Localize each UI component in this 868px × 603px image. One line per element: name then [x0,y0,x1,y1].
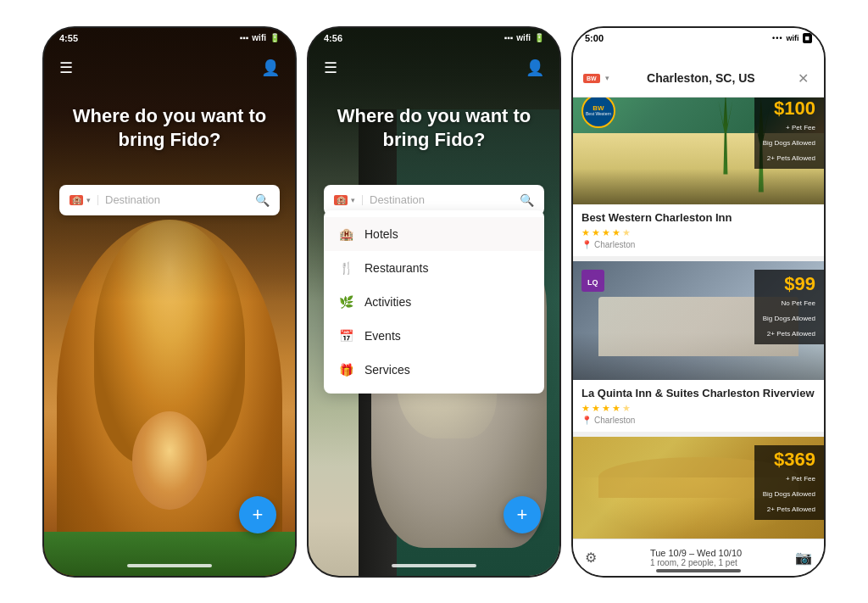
status-icons-1: ▪▪▪ wifi 🔋 [240,33,280,42]
hotel-card-img-1: BW Best Western $100 + Pet FeeBig Dogs A… [573,86,824,204]
category-dropdown: 🏨 Hotels 🍴 Restaurants 🌿 Activities 📅 Ev… [324,210,544,394]
star-4: ★ [612,227,620,238]
profile-icon-2[interactable]: 👤 [526,59,544,77]
close-button[interactable]: ✕ [793,69,814,88]
hotel-card-3[interactable]: $369 + Pet FeeBig Dogs Allowed2+ Pets Al… [573,437,824,539]
star-1: ★ [581,227,590,238]
events-label: Events [364,329,401,343]
home-indicator-2 [392,564,476,567]
hotel-card-img-2: LQ $99 No Pet FeeBig Dogs Allowed2+ Pets… [573,261,824,380]
price-badge-3: $369 + Pet FeeBig Dogs Allowed2+ Pets Al… [754,445,824,520]
hotel-card-2[interactable]: LQ $99 No Pet FeeBig Dogs Allowed2+ Pets… [573,261,824,432]
status-time-2: 4:56 [324,33,342,43]
menu-icon-1[interactable]: ☰ [59,60,73,75]
hero-title-1: Where do you want to bring Fido? [70,104,270,153]
dropdown-item-hotels[interactable]: 🏨 Hotels [324,217,544,251]
location-left: BW ▾ [583,74,609,83]
menu-icon-2[interactable]: ☰ [324,60,337,75]
search-icon-2[interactable]: 🔍 [520,193,534,207]
bw-logo: BW Best Western [581,94,615,128]
category-selector-2[interactable]: 🏨 ▾ [334,195,363,205]
star-3: ★ [602,227,610,238]
lq-logo: LQ [581,270,604,292]
hotel-card-img-3: $369 + Pet FeeBig Dogs Allowed2+ Pets Al… [573,437,824,539]
hotel-name-1: Best Western Charleston Inn [581,211,815,224]
hotels-list[interactable]: BW Best Western $100 + Pet FeeBig Dogs A… [573,81,824,544]
status-time-1: 4:55 [59,33,78,43]
location-text-1: Charleston [594,240,635,249]
filter-icon[interactable]: ⚙ [585,550,597,566]
star-half-2: ★ [622,403,631,414]
battery-icon-1: 🔋 [270,33,280,42]
dropdown-item-restaurants[interactable]: 🍴 Restaurants [324,251,544,285]
category-selector-1[interactable]: 🏨 ▾ [70,195,98,205]
wifi-icon-2: wifi [516,33,531,42]
home-indicator-1 [127,564,212,567]
hotel-name-2: La Quinta Inn & Suites Charleston Riverv… [581,387,815,399]
hotel-tag-icon: BW [583,74,600,83]
signal-icon-2: ▪▪▪ [504,33,514,42]
price-badge-1: $100 + Pet FeeBig Dogs Allowed2+ Pets Al… [754,94,824,169]
star2-1: ★ [581,403,590,414]
dropdown-item-services[interactable]: 🎁 Services [324,353,544,387]
price-badge-2: $99 No Pet FeeBig Dogs Allowed2+ Pets Al… [754,270,824,344]
price-amount-2: $99 [763,275,815,293]
location-title: Charleston, SC, US [609,71,793,85]
location-text-2: Charleston [594,416,635,425]
home-indicator-3 [656,569,741,572]
fab-button-1[interactable]: + [239,496,276,533]
battery-icon-2: 🔋 [534,33,544,42]
footer-sub: 1 room, 2 people, 1 pet [650,558,742,567]
hotel-card-1[interactable]: BW Best Western $100 + Pet FeeBig Dogs A… [573,86,824,256]
lq-text: LQ [587,278,598,287]
activities-label: Activities [364,295,411,309]
screenshot-container: 4:55 ▪▪▪ wifi 🔋 ☰ 👤 Where do you want to… [0,0,868,603]
wifi-icon-1: wifi [252,33,266,42]
dropdown-arrow-1: ▾ [86,196,91,204]
hotel-stars-2: ★ ★ ★ ★ ★ [581,403,815,414]
dots-icon-3: ••• [772,34,782,42]
price-amount-3: $369 [763,450,815,469]
restaurants-label: Restaurants [364,261,428,275]
services-icon: 🎁 [337,361,354,378]
hotels-label: Hotels [364,227,398,241]
save-icon[interactable]: 📷 [795,550,812,566]
hero-title-2: Where do you want to bring Fido? [334,104,534,153]
phone3-header: BW ▾ Charleston, SC, US ✕ [573,45,824,98]
battery-icon-3: ■ [803,33,812,43]
hotel-card-info-2: La Quinta Inn & Suites Charleston Riverv… [573,380,824,432]
dropdown-item-activities[interactable]: 🌿 Activities [324,285,544,319]
hero-text-1: Where do you want to bring Fido? [44,104,295,153]
star-2: ★ [592,227,600,238]
price-details-1: + Pet FeeBig Dogs Allowed2+ Pets Allowed [763,124,815,162]
status-time-3: 5:00 [585,33,604,43]
location-pin-1: 📍 [581,240,592,249]
status-bar-phone3: 5:00 ••• wifi ■ [573,28,824,45]
dropdown-item-events[interactable]: 📅 Events [324,319,544,353]
star2-4: ★ [612,403,620,414]
events-icon: 📅 [337,327,354,344]
location-pin-2: 📍 [581,416,592,425]
status-icons-2: ▪▪▪ wifi 🔋 [504,33,544,42]
hotel-card-info-1: Best Western Charleston Inn ★ ★ ★ ★ ★ 📍 … [573,204,824,256]
hotel-location-1: 📍 Charleston [581,240,815,249]
price-amount-1: $100 [763,99,815,118]
status-icons-3: ••• wifi ■ [772,33,812,43]
hotel-icon-1: 🏨 [70,195,83,205]
price-details-3: + Pet FeeBig Dogs Allowed2+ Pets Allowed [763,475,815,513]
hotel-location-2: 📍 Charleston [581,416,815,425]
star2-2: ★ [592,403,600,414]
phone-2: 4:56 ▪▪▪ wifi 🔋 ☰ 👤 Where do you want to… [307,26,561,578]
hotel-icon-2: 🏨 [334,195,348,205]
search-bar-1[interactable]: 🏨 ▾ Destination 🔍 [59,185,280,215]
hotel-stars-1: ★ ★ ★ ★ ★ [581,227,815,238]
search-icon-1[interactable]: 🔍 [255,193,270,207]
nav-bar-2: ☰ 👤 [309,52,559,84]
fab-button-2[interactable]: + [504,496,541,533]
services-label: Services [364,363,410,377]
footer-date-info: Tue 10/9 – Wed 10/10 1 room, 2 people, 1… [650,548,742,567]
restaurants-icon: 🍴 [337,260,354,276]
hero-text-2: Where do you want to bring Fido? [309,104,559,153]
profile-icon-1[interactable]: 👤 [261,59,280,77]
phone3-content: 5:00 ••• wifi ■ BW ▾ Charleston, SC, US … [573,28,824,576]
